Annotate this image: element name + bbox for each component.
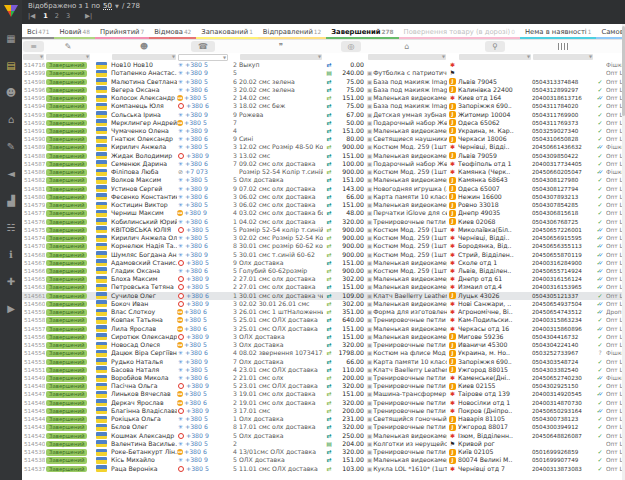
table-row[interactable]: 514598ЗавершенийМалютина Светлана✳+380 5… xyxy=(22,77,625,85)
tracking-number[interactable]: 0504313374848 xyxy=(532,78,594,86)
tracking-number[interactable]: 20450654937504 xyxy=(532,300,594,308)
phone-number[interactable]: +380 9 xyxy=(185,251,208,259)
phone-number[interactable]: +380 6 xyxy=(185,423,208,431)
table-row[interactable]: 514547ЗавершенийЛиньков Вячеславua+380 5… xyxy=(22,390,625,398)
tracking-number[interactable]: 0501699926859 xyxy=(532,448,594,456)
table-row[interactable]: 514593ЗавершенийСольська Ірина✳+380 99Ро… xyxy=(22,110,625,118)
table-row[interactable]: 514553ЗавершенийРудько Наталья✳+380 97Ол… xyxy=(22,357,625,365)
phone-number[interactable]: +380 5 xyxy=(185,234,208,242)
tracking-number[interactable]: 0504308127794 xyxy=(532,185,594,193)
table-row[interactable]: 514716ЗавершенийНов10 Нов10✳+380 52Выкуп… xyxy=(22,61,625,69)
first-page-button[interactable]: |◀ xyxy=(28,12,35,20)
phone-number[interactable]: +380 9 xyxy=(185,185,208,193)
client-header-icon[interactable]: ☻ xyxy=(111,40,177,53)
table-row[interactable]: 514557ЗавершенийЛила Ярославua+380 6325.… xyxy=(22,325,625,333)
tracking-header-icon[interactable] xyxy=(532,40,594,53)
tracking-number[interactable]: 0504312899297 xyxy=(532,86,594,94)
phone-number[interactable]: +380 9 xyxy=(185,127,208,135)
tracking-number[interactable]: 0504311784020 xyxy=(532,102,594,110)
tab-Нема в наявності[interactable]: Нема в наявності1 xyxy=(520,26,597,39)
column-filter-input[interactable]: ▼ xyxy=(368,54,446,60)
phone-number[interactable]: +380 5 xyxy=(185,366,208,374)
phone-number[interactable]: +380 9 xyxy=(185,358,208,366)
table-row[interactable]: 514563ЗавершенийПетровська Тетяна+380 52… xyxy=(22,283,625,291)
column-filter-input[interactable]: ▼ xyxy=(240,54,322,60)
tracking-number[interactable]: 20450654743512 xyxy=(532,308,594,316)
table-row[interactable]: 514540ЗавершенийВалентина Василье..✳+380… xyxy=(22,440,625,448)
column-filter-input[interactable]: ▼ xyxy=(112,54,176,60)
order-id-header-icon[interactable]: ≡ xyxy=(22,40,45,53)
phone-number[interactable]: +380 6 xyxy=(184,448,207,456)
phone-number[interactable]: +380 6 xyxy=(184,308,207,316)
table-row[interactable]: 514538ЗавершенийКісь Михайло✳+380 95ОЛХ … xyxy=(22,456,625,464)
phone-number[interactable]: +380 5 xyxy=(185,143,208,151)
product-header-icon[interactable]: ⌂ xyxy=(367,40,447,53)
phone-number[interactable]: +380 6 xyxy=(186,292,209,300)
sidebar-warehouse-icon[interactable]: ⌂ xyxy=(0,106,22,133)
phone-number[interactable]: +380 6 xyxy=(185,374,208,382)
table-row[interactable]: 514592ЗавершенийМерклингер Андрейua+380 … xyxy=(22,119,625,127)
table-row[interactable]: 514581ЗавершенийУстинов Сергей✳+380 9907… xyxy=(22,185,625,193)
tracking-number[interactable]: 20400315863234 xyxy=(532,316,594,324)
table-row[interactable]: 514590ЗавершенийГнатюк Олександр✳+380 69… xyxy=(22,135,625,143)
tab-Завершений[interactable]: Завершений278 xyxy=(326,26,398,39)
table-row[interactable]: 514596ЗавершенийВегера Оксана✳+380 6320.… xyxy=(22,86,625,94)
tracking-number[interactable]: 0504311769900 xyxy=(532,111,594,119)
tracking-number[interactable]: 20400314870730 xyxy=(532,399,594,407)
phone-number[interactable]: +380 5 xyxy=(184,390,207,398)
table-row[interactable]: 514574ЗавершенийКирилич Анжела Ол..✳+380… xyxy=(22,234,625,242)
phone-number[interactable]: +380 9 xyxy=(186,382,209,390)
sidebar-stats-icon[interactable]: ▟ xyxy=(0,187,22,214)
phone-number[interactable]: +380 6 xyxy=(185,267,208,275)
app-logo-icon[interactable] xyxy=(4,5,18,17)
table-row[interactable]: 514551ЗавершенийБасова Наталя✳+380 5423.… xyxy=(22,366,625,374)
table-row[interactable]: 514588ЗавершенийЖидак Володимир+380 9313… xyxy=(22,152,625,160)
table-row[interactable]: 514554ЗавершенийДацюк Віра Сергіївна✳+38… xyxy=(22,349,625,357)
column-filter-input[interactable]: ▼ xyxy=(46,54,90,60)
tracking-number[interactable]: 20400316153965 xyxy=(532,283,594,291)
table-row[interactable]: 514568ЗавершенийШумляс Богдана Ан..✳+380… xyxy=(22,250,625,258)
tab-Відмова[interactable]: Відмова42 xyxy=(149,26,196,39)
phone-number[interactable]: +380 9 xyxy=(186,275,209,283)
phone-number[interactable]: +380 5 xyxy=(184,119,207,127)
column-filter-input[interactable]: ▼ xyxy=(23,54,44,60)
column-filter-input[interactable]: ▼ xyxy=(459,54,531,60)
table-row[interactable]: 514546ЗавершенийДеркач Ярославua+380 621… xyxy=(22,399,625,407)
table-row[interactable]: 514576ЗавершенийКобилинський Юрий✳+380 6… xyxy=(22,217,625,225)
sidebar-orders-icon[interactable]: ▤ xyxy=(0,52,22,79)
page-button-3[interactable]: 3 xyxy=(66,12,70,20)
tracking-number[interactable]: 0504309850422 xyxy=(532,152,594,160)
phone-number[interactable]: +380 9 xyxy=(186,333,209,341)
phone-number[interactable]: +380 9 xyxy=(185,456,208,464)
tracking-number[interactable]: 20400317734405 xyxy=(532,160,594,168)
city-header-icon[interactable]: ⚲ xyxy=(458,40,532,53)
table-row[interactable]: 514556ЗавершенийСиротюк Олександр+380 93… xyxy=(22,333,625,341)
table-row[interactable]: 514589ЗавершенийКирилич Анжела✳+380 5312… xyxy=(22,143,625,151)
sidebar-support-icon[interactable]: ✚ xyxy=(0,268,22,295)
table-row[interactable]: 514544ЗавершенийРокіцька Ольга✳+380 51Ол… xyxy=(22,415,625,423)
table-row[interactable]: 514591ЗавершенийЧумаченко Олена✳+380 94⇄… xyxy=(22,127,625,135)
sidebar-info-icon[interactable]: ℹ xyxy=(0,241,22,268)
tracking-number[interactable]: 20400314920545 xyxy=(532,390,594,398)
tracking-number[interactable]: 0504307854285 xyxy=(532,201,594,209)
tab-Прийнятий[interactable]: Прийнятий7 xyxy=(95,26,149,39)
table-row[interactable]: 514548ЗавершенийПасічна Ольга+380 9523.0… xyxy=(22,382,625,390)
table-row[interactable]: 514586ЗавершенийФіліпова Люба⊘+7 073Розм… xyxy=(22,168,625,176)
table-row[interactable]: 514537ЗавершенийРаца Вероніка+380 5511.0… xyxy=(22,464,625,472)
table-row[interactable]: 514566ЗавершенийГладик Оксана✳+380 65Гол… xyxy=(22,267,625,275)
table-row[interactable]: 514545ЗавершенийБлагінна Владіслава+380 … xyxy=(22,407,625,415)
tracking-number[interactable]: 0504303382540 xyxy=(532,366,594,374)
tracking-number[interactable]: 0504310650828 xyxy=(532,135,594,143)
tab-Запакований[interactable]: Запакований1 xyxy=(196,26,258,39)
phone-number[interactable]: +380 5 xyxy=(186,465,209,473)
tracking-number[interactable]: 20400315860896 xyxy=(532,325,594,333)
phone-number[interactable]: +380 9 xyxy=(186,432,209,440)
tracking-number[interactable]: 0504307893213 xyxy=(532,193,594,201)
last-page-button[interactable]: ▶| xyxy=(85,12,92,20)
page-button-1[interactable]: 1 xyxy=(43,12,48,20)
table-row[interactable]: 514549ЗавершенийВоробйов Микола✳+380 622… xyxy=(22,374,625,382)
tracking-number[interactable]: 20400316284900 xyxy=(532,259,594,267)
table-row[interactable]: 514558ЗавершенийКовпак Татьянаua+380 552… xyxy=(22,316,625,324)
column-filter-input[interactable]: ▼ xyxy=(533,54,593,60)
phone-number[interactable]: +380 5 xyxy=(186,226,209,234)
